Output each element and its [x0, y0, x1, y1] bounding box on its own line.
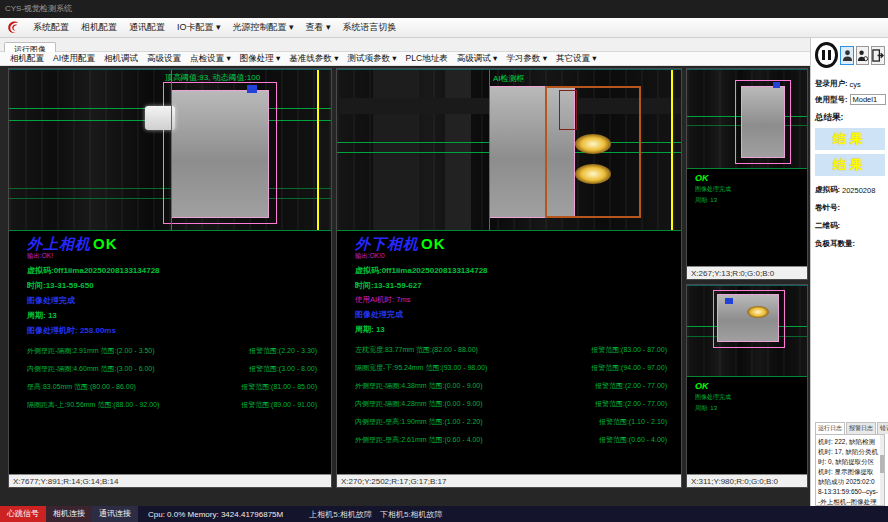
camera-fault-status: 上相机5:相机故障 下相机5:相机故障 — [309, 509, 442, 520]
left-measure-rows: 外侧壁距-隔圈:2.91mm 范围:(2.00 - 3.50)报警范围:(2.2… — [9, 336, 331, 418]
heartbeat-indicator: 心跳信号 — [0, 506, 46, 522]
left-proc-time: 图像处理机时: 258.00ms — [27, 325, 331, 336]
edge-marker-line — [671, 70, 673, 230]
log-scrollbar-thumb[interactable] — [880, 455, 884, 473]
small-top-pixel-coords: X:267;Y:13;R:0;G:0;B:0 — [687, 266, 807, 279]
menu-item-comm-config[interactable]: 通讯配置 — [129, 21, 165, 34]
middle-ok-status: OK — [421, 235, 446, 252]
tool-advanced-debug[interactable]: 高级调试 ▾ — [457, 53, 498, 65]
log-tabs: 运行日志 报警日志 错误日志 — [815, 422, 885, 434]
log-text: 机时: 222, 缺陷检测机时: 17, 缺陷分类机时: 0, 缺陷提取分区机时… — [818, 438, 878, 506]
middle-camera-title: 外下相机 — [355, 235, 419, 252]
pin-row: 卷针号: — [815, 203, 885, 213]
tool-ai-usage-config[interactable]: AI使用配置 — [53, 53, 95, 65]
left-camera-panel: 顶高阈值:93, 动态阈值:100 外上相机OK 输出:OK! 虚拟码:0ff1… — [8, 68, 332, 488]
middle-result-block: 外下相机OK 输出:OK!0 虚拟码:0ff1iima2025020813313… — [337, 231, 681, 335]
tool-camera-debug[interactable]: 相机调试 — [104, 53, 138, 65]
small-view-top-panel: OK 图像处理完成 周期: 13 X:267;Y:13;R:0;G:0;B:0 — [686, 68, 808, 280]
user-settings-button[interactable] — [856, 46, 869, 65]
control-button-row — [815, 42, 885, 68]
small-top-cycle: 周期: 13 — [695, 196, 807, 205]
machine-structure — [445, 70, 471, 231]
exit-button[interactable] — [871, 46, 885, 65]
tool-image-processing[interactable]: 图像处理 ▾ — [240, 53, 281, 65]
measure-vline — [489, 70, 490, 230]
login-user-label: 登录用户: — [815, 79, 848, 89]
tab-count-row: 负极耳数量: — [815, 239, 885, 249]
side-panel: 登录用户: cys 使用型号: Model1 总结果: 结果 结果 虚拟码: 2… — [810, 38, 888, 506]
ai-box-overlay-label: AI检测框 — [493, 73, 525, 84]
log-scrollbar[interactable] — [880, 435, 884, 505]
measure-vline — [171, 70, 172, 230]
middle-camera-image[interactable]: AI检测框 — [337, 69, 681, 231]
tool-learning-params[interactable]: 学习参数 ▾ — [506, 53, 547, 65]
small-bottom-ok: OK — [695, 381, 807, 391]
menu-item-system-config[interactable]: 系统配置 — [33, 21, 69, 34]
tool-test-item-params[interactable]: 测试项参数 ▾ — [347, 53, 396, 65]
left-done-text: 图像处理完成 — [27, 295, 331, 306]
tab-run-log[interactable]: 运行日志 — [815, 422, 845, 434]
machine-structure — [373, 70, 417, 231]
tool-other-settings[interactable]: 其它设置 ▾ — [556, 53, 597, 65]
status-taskbar: 心跳信号 相机连接 通讯连接 Cpu: 0.0% Memory: 3424.41… — [0, 506, 888, 522]
virtual-code-row: 虚拟码: 20250208 — [815, 185, 885, 195]
user-settings-icon — [857, 49, 868, 62]
middle-virtual-code: 虚拟码:0ff1iima20250208133134728 — [355, 265, 681, 276]
model-value-box[interactable]: Model1 — [850, 94, 886, 105]
virtual-code-value: 20250208 — [842, 186, 875, 195]
tab-row: 运行图像 — [0, 38, 888, 52]
tab-alarm-log[interactable]: 报警日志 — [846, 422, 876, 434]
menu-item-io-config[interactable]: IO卡配置 ▾ — [177, 21, 221, 34]
middle-measure-rows: 左枕宽度:83.77mm 范围:(82.00 - 88.00)报警范围:(83.… — [337, 335, 681, 453]
battery-cell — [171, 90, 269, 218]
user-button[interactable] — [840, 46, 853, 65]
measure-row: 左枕宽度:83.77mm 范围:(82.00 - 88.00)报警范围:(83.… — [355, 345, 667, 355]
log-textarea[interactable]: 机时: 222, 缺陷检测机时: 17, 缺陷分类机时: 0, 缺陷提取分区机时… — [815, 434, 885, 506]
app-logo-icon — [6, 20, 21, 35]
model-label: 使用型号: — [815, 95, 848, 105]
window-title: CYS-视觉检测系统 — [5, 4, 72, 13]
battery-cell — [741, 86, 785, 158]
pause-icon — [828, 50, 831, 60]
tool-camera-config[interactable]: 相机配置 — [10, 53, 44, 65]
small-view-bottom-panel: OK 图像处理完成 周期: 13 X:311;Y:980;R:0;G:0;B:0 — [686, 284, 808, 488]
tool-plc-address-table[interactable]: PLC地址表 — [406, 53, 448, 65]
left-cycle: 周期: 13 — [27, 310, 331, 321]
result-badge-top: 结果 — [815, 128, 885, 150]
measure-row: 内侧壁距-隔圈:4.28mm 范围:(0.00 - 9.00)报警范围:(2.0… — [355, 399, 667, 409]
pause-button[interactable] — [815, 42, 838, 68]
middle-time: 时间:13-31-59-627 — [355, 280, 681, 291]
small-bottom-image[interactable] — [687, 285, 807, 377]
defect-box — [559, 90, 577, 130]
left-time: 时间:13-31-59-650 — [27, 280, 331, 291]
pin-label: 卷针号: — [815, 203, 840, 213]
tab-error-log[interactable]: 错误日志 — [877, 422, 888, 434]
left-pixel-coords: X:7677;Y:891;R:14;G:14;B:14 — [9, 474, 331, 487]
left-camera-image[interactable]: 顶高阈值:93, 动态阈值:100 — [9, 69, 331, 231]
marker-box — [773, 82, 780, 88]
comm-link-indicator: 通讯连接 — [92, 506, 138, 522]
pause-icon — [822, 50, 825, 60]
menu-item-camera-config[interactable]: 相机配置 — [81, 21, 117, 34]
small-bottom-result: OK 图像处理完成 周期: 13 — [687, 377, 807, 413]
left-ok-status: OK — [93, 235, 118, 252]
measure-row: 隔圈距离-上:90.56mm 范围:(88.00 - 92.00)报警范围:(8… — [27, 400, 317, 410]
measure-row: 内侧壁距-隔圈:4.60mm 范围:(3.00 - 6.00)报警范围:(3.0… — [27, 364, 317, 374]
model-row: 使用型号: Model1 — [815, 94, 885, 105]
app-window: CYS-视觉检测系统 系统配置 相机配置 通讯配置 IO卡配置 ▾ 光源控制配置… — [0, 0, 888, 522]
menu-item-light-config[interactable]: 光源控制配置 ▾ — [233, 21, 294, 34]
menu-item-language-switch[interactable]: 系统语言切换 — [343, 21, 397, 34]
measure-row: 外侧壁距-隔圈:4.38mm 范围:(0.00 - 9.00)报警范围:(2.0… — [355, 381, 667, 391]
tool-spot-check[interactable]: 点检设置 ▾ — [190, 53, 231, 65]
tool-baseline-params[interactable]: 基准线参数 ▾ — [289, 53, 338, 65]
measure-row: 内侧壁距-壁高:1.90mm 范围:(1.00 - 2.20)报警范围:(1.1… — [355, 417, 667, 427]
menu-item-view[interactable]: 查看 ▾ — [306, 21, 331, 34]
small-top-image[interactable] — [687, 69, 807, 169]
measure-row: 壁高:83.05mm 范围:(80.00 - 86.00)报警范围:(81.00… — [27, 382, 317, 392]
threshold-overlay-label: 顶高阈值:93, 动态阈值:100 — [165, 72, 260, 83]
user-icon — [842, 49, 853, 62]
qr-row: 二维码: — [815, 221, 885, 231]
small-top-ok: OK — [695, 173, 807, 183]
tool-advanced-settings[interactable]: 高级设置 — [147, 53, 181, 65]
qr-label: 二维码: — [815, 221, 840, 231]
